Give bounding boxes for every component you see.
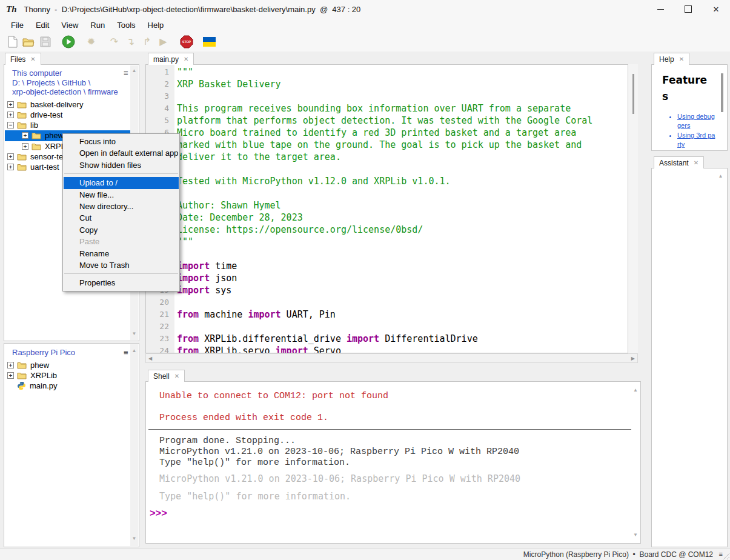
pico-tree-item-xrplib[interactable]: +XRPLib <box>5 370 130 381</box>
expand-icon[interactable]: + <box>22 143 28 150</box>
tab-main-py[interactable]: main.py ✕ <box>148 53 194 65</box>
expand-icon[interactable]: + <box>7 101 14 108</box>
minimize-button[interactable] <box>646 0 674 18</box>
menu-item-rename[interactable]: Rename <box>63 248 179 259</box>
files-tree-item-drive-test[interactable]: +drive-test <box>5 109 130 120</box>
files-scroll-down-icon[interactable]: ▼ <box>130 331 138 336</box>
menu-item-open-in-default-external-app[interactable]: Open in default external app <box>63 147 179 159</box>
svg-text:STOP: STOP <box>182 40 191 44</box>
tab-files[interactable]: Files ✕ <box>5 53 41 65</box>
expand-icon[interactable]: + <box>22 132 28 139</box>
files-scroll-up-icon[interactable]: ▲ <box>130 68 138 73</box>
menu-item-move-to-trash[interactable]: Move to Trash <box>63 259 179 271</box>
expand-icon[interactable]: + <box>7 153 14 160</box>
code-token: deliver it to the target area. <box>177 152 341 162</box>
menu-item-cut[interactable]: Cut <box>63 212 179 224</box>
collapse-icon[interactable]: − <box>7 122 14 128</box>
save-file-button[interactable] <box>37 34 53 50</box>
pico-panel-menu-icon[interactable]: ≡ <box>124 348 128 357</box>
menu-edit[interactable]: Edit <box>30 19 55 32</box>
expand-icon[interactable]: + <box>7 362 14 368</box>
editor-vscrollbar[interactable] <box>628 64 638 353</box>
code-token: import <box>177 273 210 284</box>
pico-scroll-down-icon[interactable]: ▼ <box>130 536 138 541</box>
code-token: Micro board trained to identify a red 3D… <box>177 127 576 138</box>
step-over-button[interactable]: ↷ <box>106 34 122 50</box>
files-root-link[interactable]: This computer <box>12 68 62 78</box>
tab-shell[interactable]: Shell ✕ <box>148 370 185 382</box>
new-file-button[interactable] <box>4 34 21 50</box>
tab-files-close-icon[interactable]: ✕ <box>30 56 35 62</box>
help-scroll-thumb[interactable] <box>721 73 723 112</box>
expand-icon[interactable]: + <box>7 164 14 170</box>
menu-view[interactable]: View <box>55 19 84 32</box>
editor-vscroll-thumb[interactable] <box>632 74 634 114</box>
files-panel-menu-icon[interactable]: ≡ <box>124 68 128 78</box>
menu-file[interactable]: File <box>5 19 30 32</box>
menu-item-new-directory[interactable]: New directory... <box>63 201 179 212</box>
editor-code[interactable]: """XRP Basket DeliveryThis program recei… <box>177 65 628 353</box>
shell-output[interactable]: Unable to connect to COM12: port not fou… <box>147 382 632 542</box>
step-into-button[interactable]: ↴ <box>122 34 139 50</box>
expand-icon[interactable]: + <box>7 372 14 379</box>
menu-tools[interactable]: Tools <box>111 19 141 32</box>
pico-tree-item-phew[interactable]: +phew <box>5 359 130 370</box>
code-token: import <box>248 309 280 320</box>
hscroll-left-icon[interactable]: ◀ <box>148 356 152 361</box>
menu-item-copy[interactable]: Copy <box>63 224 179 236</box>
status-menu-icon[interactable]: ≡ <box>719 550 723 558</box>
close-button[interactable]: ✕ <box>702 0 730 18</box>
open-file-button[interactable] <box>21 34 37 50</box>
shell-scroll-down-icon[interactable]: ▼ <box>631 532 640 538</box>
pico-scrollbar[interactable]: ▲ ▼ <box>130 344 138 546</box>
pico-tree-item-main-py[interactable]: main.py <box>5 381 130 392</box>
tab-shell-close-icon[interactable]: ✕ <box>174 373 179 379</box>
toolbar-gap <box>194 42 201 42</box>
context-menu: Focus intoOpen in default external appSh… <box>62 133 180 292</box>
debug-button[interactable]: ✹ <box>83 34 99 50</box>
stop-button[interactable]: STOP <box>178 34 194 50</box>
folder-icon <box>17 163 27 171</box>
folder-icon <box>17 153 27 161</box>
files-path-line-2[interactable]: xrp-object-detection \ firmware <box>12 87 118 96</box>
menu-help[interactable]: Help <box>142 19 170 32</box>
shell-prompt: >>> <box>150 504 632 519</box>
pico-scroll-up-icon[interactable]: ▲ <box>130 348 138 353</box>
shell-scrollbar[interactable]: ▲ ▼ <box>631 382 640 542</box>
tab-assistant-close-icon[interactable]: ✕ <box>694 160 698 166</box>
tab-main-py-close-icon[interactable]: ✕ <box>184 56 188 62</box>
menu-item-upload-to[interactable]: Upload to / <box>64 177 179 188</box>
hscroll-right-icon[interactable]: ▶ <box>631 356 635 361</box>
menu-item-focus-into[interactable]: Focus into <box>63 136 179 147</box>
menu-item-properties[interactable]: Properties <box>63 277 179 288</box>
code-line: platform that performs object detection.… <box>177 115 628 127</box>
shell-separator <box>148 429 634 430</box>
tab-help-close-icon[interactable]: ✕ <box>679 56 684 62</box>
files-tree-item-lib[interactable]: −lib <box>5 120 130 131</box>
tab-help[interactable]: Help ✕ <box>654 53 689 65</box>
ukraine-support-button[interactable] <box>201 34 217 50</box>
resume-button[interactable]: ▶ <box>155 34 171 50</box>
files-path-line-1[interactable]: D: \ Projects \ GitHub \ <box>12 78 90 87</box>
menu-item-show-hidden-files[interactable]: Show hidden files <box>63 159 179 171</box>
pico-tree-item-label: main.py <box>30 381 58 390</box>
shell-line: Unable to connect to COM12: port not fou… <box>159 391 632 402</box>
maximize-icon <box>685 5 692 13</box>
code-token: This program receives bounding box infor… <box>177 103 571 114</box>
code-line: License: https://opensource.org/license/… <box>177 224 628 236</box>
maximize-button[interactable] <box>674 0 702 18</box>
editor-hscrollbar[interactable]: ◀ ▶ <box>145 353 638 363</box>
expand-icon[interactable]: + <box>7 112 14 118</box>
editor-area[interactable]: 123456789101112131415161718192021222324 … <box>145 64 628 353</box>
assistant-scroll-up-icon[interactable]: ▲ <box>717 173 725 179</box>
menu-run[interactable]: Run <box>84 19 111 32</box>
files-tree-item-basket-delivery[interactable]: +basket-delivery <box>5 99 130 110</box>
help-link-using-debuggers[interactable]: Using debuggers <box>677 113 715 129</box>
tab-assistant[interactable]: Assistant ✕ <box>654 156 704 168</box>
shell-scroll-up-icon[interactable]: ▲ <box>631 387 640 393</box>
help-link-using-3rd-party[interactable]: Using 3rd party <box>677 132 715 148</box>
menu-item-new-file[interactable]: New file... <box>63 189 179 201</box>
run-button[interactable] <box>60 34 76 50</box>
thonny-window: { "window": { "logo_text": "Th", "title"… <box>0 0 730 560</box>
step-out-button[interactable]: ↱ <box>139 34 155 50</box>
